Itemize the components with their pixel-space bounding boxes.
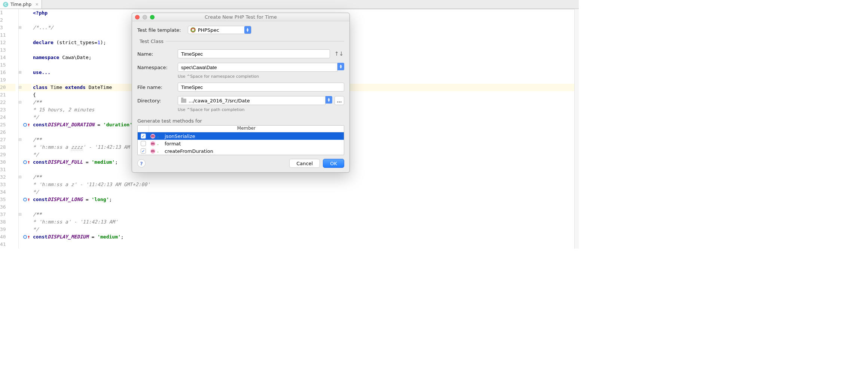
member-name: format xyxy=(164,141,344,147)
line-number: 38 xyxy=(0,218,15,226)
cancel-button[interactable]: Cancel xyxy=(289,159,320,168)
editor-tab-bar: C Time.php × xyxy=(0,0,579,9)
fold-toggle-icon xyxy=(19,9,23,16)
file-type-icon: C xyxy=(3,2,8,7)
sort-alpha-icon[interactable]: ↑↓ xyxy=(334,49,344,58)
line-number: 15 xyxy=(0,61,15,69)
folder-icon xyxy=(181,99,186,103)
fold-toggle-icon xyxy=(19,61,23,69)
method-icon: m xyxy=(150,149,155,154)
window-zoom-icon[interactable] xyxy=(150,15,155,19)
code-line[interactable]: const DISPLAY_LONG = 'long'; xyxy=(33,196,579,203)
fold-toggle-icon[interactable]: ⊟ xyxy=(19,211,23,218)
member-row[interactable]: m ⬩ createFromDuration xyxy=(138,147,344,155)
member-row[interactable]: m ⬩ format xyxy=(138,140,344,147)
generate-methods-label: Generate test methods for xyxy=(137,118,344,124)
fold-toggle-icon xyxy=(19,54,23,61)
dialog-titlebar[interactable]: Create New PHP Test for Time xyxy=(132,13,349,21)
method-icon: m xyxy=(150,134,155,139)
line-number: 35 xyxy=(0,196,15,203)
editor-tab-time-php[interactable]: C Time.php × xyxy=(0,0,42,9)
line-number: 37 xyxy=(0,211,15,218)
marker-column: ↑↑↑↑ xyxy=(23,9,31,249)
fold-toggle-icon xyxy=(19,16,23,24)
phpspec-icon xyxy=(190,27,196,33)
line-number: 31 xyxy=(0,166,15,173)
method-icon: m xyxy=(150,141,155,146)
window-close-icon[interactable] xyxy=(135,15,140,19)
fold-toggle-icon xyxy=(19,91,23,99)
browse-directory-button[interactable]: … xyxy=(334,96,344,105)
code-line[interactable] xyxy=(33,241,579,248)
code-line[interactable]: const DISPLAY_MEDIUM = 'medium'; xyxy=(33,233,579,241)
override-marker-icon[interactable] xyxy=(23,160,27,164)
namespace-input[interactable] xyxy=(178,63,337,72)
fold-toggle-icon[interactable]: ⊟ xyxy=(19,173,23,181)
chevron-up-down-icon[interactable]: ▲▼ xyxy=(244,26,251,34)
fold-toggle-icon xyxy=(19,233,23,241)
name-input[interactable] xyxy=(178,49,330,58)
member-column-header[interactable]: Member xyxy=(149,126,344,132)
code-line[interactable] xyxy=(33,203,579,211)
fold-toggle-icon[interactable]: ⊞ xyxy=(19,69,23,76)
fold-toggle-icon[interactable]: ⊟ xyxy=(19,136,23,144)
fold-toggle-icon xyxy=(19,218,23,226)
override-marker-icon[interactable] xyxy=(23,123,27,127)
fold-toggle-icon xyxy=(19,158,23,166)
line-number: 32 xyxy=(0,173,15,181)
chevron-up-down-icon[interactable]: ▲▼ xyxy=(326,96,332,104)
line-number: 33 xyxy=(0,181,15,188)
code-line[interactable]: /** xyxy=(33,211,579,218)
namespace-label: Namespace: xyxy=(137,65,174,70)
fold-toggle-icon xyxy=(19,196,23,203)
code-line[interactable]: * 'h:mm:ss a z' - '11:42:13 AM GMT+2:00' xyxy=(33,181,579,188)
line-number: 1 xyxy=(0,9,15,16)
fold-toggle-icon[interactable]: ⊟ xyxy=(19,99,23,106)
test-class-legend: Test Class xyxy=(137,38,166,44)
fold-toggle-icon[interactable]: ⊞ xyxy=(19,24,23,31)
fold-toggle-icon xyxy=(19,188,23,196)
fold-toggle-icon xyxy=(19,106,23,114)
tab-close-icon[interactable]: × xyxy=(35,2,39,7)
fold-toggle-icon xyxy=(19,46,23,54)
member-checkbox[interactable] xyxy=(141,133,146,139)
fold-toggle-icon xyxy=(19,121,23,129)
member-checkbox[interactable] xyxy=(141,148,146,154)
chevron-up-down-icon[interactable]: ▲▼ xyxy=(337,63,344,70)
override-marker-icon[interactable] xyxy=(23,198,27,201)
fold-column[interactable]: ⊞⊞⊟⊟⊟⊟⊟ xyxy=(19,9,23,249)
line-number: 2 xyxy=(0,16,15,24)
member-row[interactable]: m ⬩ jsonSerialize xyxy=(138,132,344,140)
line-number: 20 xyxy=(0,84,15,91)
fold-toggle-icon xyxy=(19,166,23,173)
fold-toggle-icon[interactable]: ⊟ xyxy=(19,84,23,91)
arrow-up-icon: ↑ xyxy=(27,121,30,129)
code-line[interactable]: * 'h:mm:ss a' - '11:42:13 AM' xyxy=(33,218,579,226)
fold-toggle-icon xyxy=(19,226,23,233)
code-line[interactable]: */ xyxy=(33,188,579,196)
fold-toggle-icon xyxy=(19,31,23,39)
member-name: jsonSerialize xyxy=(164,133,344,139)
name-label: Name: xyxy=(137,51,174,57)
override-marker-icon[interactable] xyxy=(23,235,27,239)
file-name-input[interactable] xyxy=(178,83,344,92)
overview-ruler[interactable] xyxy=(574,9,579,249)
line-number: 40 xyxy=(0,233,15,241)
line-number: 29 xyxy=(0,151,15,158)
directory-label: Directory: xyxy=(137,98,174,104)
ok-button[interactable]: OK xyxy=(323,159,344,168)
fold-toggle-icon xyxy=(19,151,23,158)
member-checkbox[interactable] xyxy=(141,141,146,146)
line-number: 28 xyxy=(0,144,15,151)
template-combobox[interactable]: PHPSpec ▲▼ xyxy=(188,26,251,34)
line-number: 12 xyxy=(0,39,15,46)
help-button[interactable]: ? xyxy=(137,159,146,167)
code-line[interactable]: */ xyxy=(33,226,579,233)
fold-toggle-icon xyxy=(19,39,23,46)
line-number: 16 xyxy=(0,69,15,76)
file-name-label: File name: xyxy=(137,84,174,90)
fold-toggle-icon xyxy=(19,114,23,121)
directory-value: .../cawa_2016_7/src/Date xyxy=(189,98,250,104)
code-line[interactable]: /** xyxy=(33,173,579,181)
line-number: 22 xyxy=(0,99,15,106)
